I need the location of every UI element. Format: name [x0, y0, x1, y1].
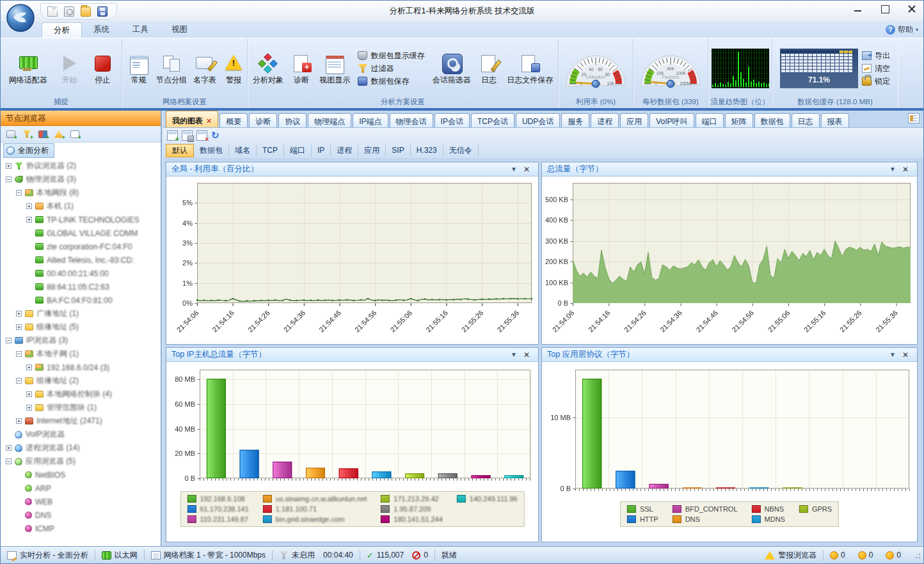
start-button[interactable]: 开始 [55, 51, 83, 86]
view-tab-6[interactable]: 物理会话 [390, 113, 433, 127]
collapse-icon[interactable]: − [6, 176, 12, 182]
tree-item-16[interactable]: −组播地址 (2) [2, 374, 161, 388]
view-tab-4[interactable]: 物理端点 [308, 113, 351, 127]
tree-item-12[interactable]: +组播地址 (5) [2, 320, 161, 334]
close-button[interactable] [907, 4, 917, 13]
tree-item-8[interactable]: 00:40:00:21:45:00 [2, 267, 161, 280]
expand-icon[interactable]: + [6, 163, 12, 169]
delete-chart-icon[interactable] [196, 130, 207, 141]
tree-item-25[interactable]: WEB [2, 495, 161, 508]
view-tab-11[interactable]: 进程 [591, 113, 619, 127]
help-button[interactable]: ? 帮助 ▾ [886, 24, 918, 35]
tree-item-19[interactable]: +Internet地址 (2471) [2, 414, 161, 428]
close-tab-icon[interactable]: ✕ [206, 117, 212, 125]
network-adapter-button[interactable]: 网络适配器 [6, 51, 51, 86]
stop-button[interactable]: 停止 [88, 51, 116, 86]
collapse-icon[interactable]: − [16, 351, 22, 357]
chart-scheme-1[interactable]: 数据包 [194, 145, 229, 157]
make-filter-icon[interactable] [21, 129, 33, 139]
tree-item-3[interactable]: +本机 (1) [2, 200, 161, 213]
tree-item-27[interactable]: ICMP [2, 522, 161, 535]
view-tab-1[interactable]: 概要 [219, 113, 248, 127]
name-table-button[interactable]: 名字表 [190, 51, 219, 86]
view-tab-9[interactable]: UDP会话 [516, 113, 560, 127]
session-filter-button[interactable]: 会话筛选器 [429, 51, 474, 86]
view-tab-8[interactable]: TCP会话 [471, 113, 514, 127]
chart-scheme-7[interactable]: 应用 [358, 145, 386, 157]
general-button[interactable]: 常规 [125, 51, 153, 86]
log-button[interactable]: 日志 [475, 51, 503, 86]
view-tab-17[interactable]: 日志 [792, 113, 820, 127]
close-panel-icon[interactable]: ✕ [899, 165, 912, 174]
tree-item-7[interactable]: Allied Telesis, Inc.-83:CD: [2, 253, 161, 267]
view-tab-18[interactable]: 报表 [821, 113, 849, 127]
tree-item-11[interactable]: +广播地址 (1) [2, 307, 161, 320]
collapse-icon[interactable]: − [16, 378, 22, 384]
expand-icon[interactable]: + [26, 405, 32, 411]
expand-icon[interactable]: + [26, 217, 32, 223]
tree-item-24[interactable]: ARP [2, 482, 161, 495]
expand-icon[interactable]: + [16, 324, 22, 330]
view-tab-16[interactable]: 数据包 [754, 113, 790, 127]
tree-item-26[interactable]: DNS [2, 508, 161, 522]
tree-item-15[interactable]: +192.168.6.0/24 (3) [2, 361, 161, 374]
view-tab-10[interactable]: 服务 [561, 113, 589, 127]
tree-item-2[interactable]: −本地网段 (8) [2, 186, 161, 200]
tree-item-6[interactable]: zte corporation-FC:04:F0 [2, 240, 161, 253]
log-save-button[interactable]: 日志文件保存 [504, 51, 556, 86]
tree-item-9[interactable]: 88:64:11:05:C2:63 [2, 280, 161, 294]
tree-item-14[interactable]: −本地子网 (1) [2, 347, 161, 361]
make-report-icon[interactable] [69, 129, 81, 139]
clear-button[interactable]: 清空 [862, 63, 890, 74]
chart-scheme-5[interactable]: IP [312, 145, 331, 157]
expand-icon[interactable]: + [26, 364, 32, 370]
collapse-icon[interactable]: ▼ [886, 166, 899, 173]
expand-icon[interactable]: + [16, 311, 22, 317]
status-analysis-mode[interactable]: 实时分析 - 全面分析 [1, 550, 95, 561]
collapse-icon[interactable]: − [16, 190, 22, 196]
tree-item-23[interactable]: NetBIOS [2, 468, 161, 482]
collapse-icon[interactable]: − [6, 338, 12, 343]
tree-item-10[interactable]: BA:FC:04:F0:81:00 [2, 294, 161, 307]
locate-node-icon[interactable] [5, 129, 17, 139]
view-tab-2[interactable]: 诊断 [249, 113, 277, 127]
collapse-icon[interactable]: − [6, 458, 12, 464]
expand-icon[interactable]: + [6, 445, 12, 451]
make-alarm-icon[interactable] [53, 129, 65, 139]
tree-item-18[interactable]: +管理范围块 (1) [2, 401, 161, 414]
status-profile[interactable]: 网络档案 1 - 带宽 - 1000Mbps [145, 550, 273, 561]
view-tab-0[interactable]: 我的图表✕ [166, 111, 218, 127]
filter-button[interactable]: 过滤器 [358, 63, 424, 74]
chart-scheme-3[interactable]: TCP [257, 145, 284, 157]
app-logo-icon[interactable] [6, 3, 35, 33]
close-panel-icon[interactable]: ✕ [899, 350, 912, 359]
tree-item-21[interactable]: +进程浏览器 (14) [2, 441, 161, 455]
analysis-object-button[interactable]: 分析对象 [250, 51, 287, 86]
chart-scheme-10[interactable]: 无信令 [443, 145, 479, 157]
status-adapter[interactable]: 以太网 [95, 550, 145, 561]
save-chart-icon[interactable] [182, 130, 193, 141]
collapse-icon[interactable]: ▼ [886, 351, 899, 358]
import-icon[interactable] [64, 6, 74, 17]
tree-item-20[interactable]: VoIP浏览器 [2, 428, 161, 441]
make-graph-icon[interactable] [37, 129, 49, 139]
alarm-explorer-button[interactable]: 警报浏览器 [758, 550, 823, 561]
collapse-icon[interactable]: ▼ [507, 351, 520, 358]
chart-scheme-4[interactable]: 端口 [284, 145, 312, 157]
ribbon-tab-analysis[interactable]: 分析 [42, 22, 82, 38]
view-tab-12[interactable]: 应用 [620, 113, 648, 127]
ribbon-tab-view[interactable]: 视图 [160, 22, 199, 38]
panel-toggle-icon[interactable] [908, 113, 920, 123]
lock-button[interactable]: 锁定 [862, 76, 890, 87]
close-panel-icon[interactable]: ✕ [520, 350, 533, 359]
chart-scheme-8[interactable]: SIP [386, 145, 410, 157]
tree-item-0[interactable]: +协议浏览器 (2) [2, 159, 161, 173]
resize-grip[interactable] [912, 551, 921, 560]
view-tab-3[interactable]: 协议 [278, 113, 307, 127]
chart-scheme-0[interactable]: 默认 [166, 144, 194, 157]
open-project-icon[interactable] [81, 6, 91, 17]
view-tab-7[interactable]: IP会话 [434, 113, 470, 127]
expand-icon[interactable]: + [16, 418, 22, 424]
tree-item-1[interactable]: −物理浏览器 (3) [2, 173, 161, 186]
view-tab-13[interactable]: VoIP呼叫 [649, 113, 694, 127]
